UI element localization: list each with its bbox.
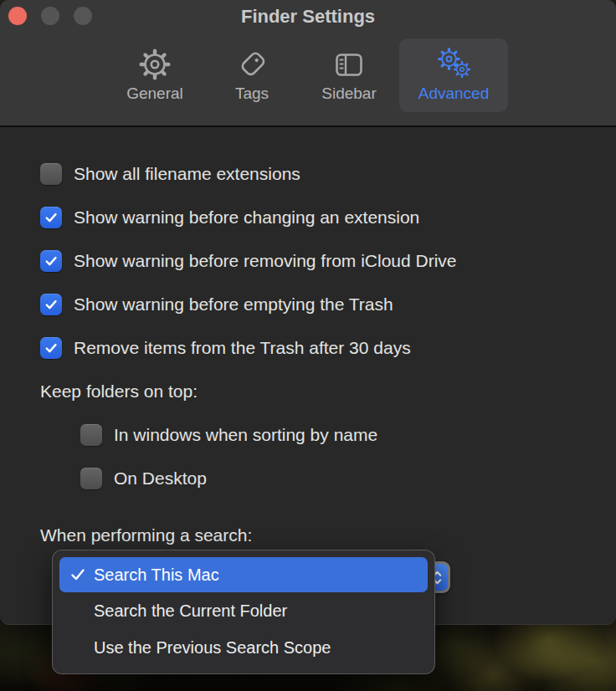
checkbox[interactable]	[40, 250, 62, 272]
checkmark-icon	[69, 568, 86, 581]
checkbox-row: Show warning before emptying the Trash	[0, 283, 616, 326]
tab-general[interactable]: General	[108, 38, 202, 112]
tab-label: Advanced	[418, 84, 490, 103]
checkbox[interactable]	[80, 468, 102, 489]
checkbox-group-keep-folders: In windows when sorting by name On Deskt…	[0, 413, 616, 500]
tag-icon	[235, 44, 269, 84]
checkbox[interactable]	[40, 294, 62, 315]
window-title: Finder Settings	[0, 3, 616, 30]
menu-item[interactable]: Search the Current Folder	[59, 592, 428, 629]
screen: Finder Settings General	[0, 0, 616, 691]
checkbox[interactable]	[40, 163, 62, 185]
settings-toolbar: General Tags	[0, 38, 616, 112]
tab-tags[interactable]: Tags	[205, 38, 299, 112]
menu-item[interactable]: Use the Previous Search Scope	[59, 629, 428, 666]
checkbox-label: Show warning before removing from iCloud…	[74, 251, 457, 271]
window-header: Finder Settings General	[0, 0, 616, 127]
tab-label: Tags	[235, 84, 269, 103]
keep-folders-label: Keep folders on top:	[0, 370, 616, 413]
checkbox-label: On Desktop	[114, 468, 207, 489]
checkbox-label: Show all filename extensions	[74, 164, 300, 184]
checkbox-label: Remove items from the Trash after 30 day…	[74, 338, 411, 358]
checkbox-row: In windows when sorting by name	[0, 413, 616, 457]
checkbox-row: On Desktop	[0, 457, 616, 500]
checkbox-row: Remove items from the Trash after 30 day…	[0, 326, 616, 370]
search-scope-menu: Search This Mac Search the Current Folde…	[52, 550, 435, 674]
double-gear-icon	[434, 44, 473, 84]
menu-item-label: Search This Mac	[94, 566, 219, 585]
menu-item-label: Use the Previous Search Scope	[94, 638, 331, 658]
checkbox-label: Show warning before changing an extensio…	[74, 207, 419, 228]
menu-item[interactable]: Search This Mac	[59, 557, 428, 592]
checkbox-group-main: Show all filename extensions Show warnin…	[0, 152, 616, 370]
menu-item-label: Search the Current Folder	[94, 601, 287, 621]
checkbox[interactable]	[40, 337, 62, 359]
checkbox-row: Show warning before removing from iCloud…	[0, 239, 616, 283]
checkbox-row: Show warning before changing an extensio…	[0, 196, 616, 239]
tab-advanced[interactable]: Advanced	[399, 38, 508, 112]
tab-label: Sidebar	[321, 84, 377, 103]
checkbox-label: In windows when sorting by name	[114, 425, 377, 445]
checkbox[interactable]	[40, 207, 62, 228]
checkbox-row: Show all filename extensions	[0, 152, 616, 196]
tab-label: General	[126, 84, 183, 103]
gear-icon	[138, 44, 172, 84]
sidebar-panel-icon	[332, 44, 366, 84]
checkbox[interactable]	[80, 424, 102, 446]
checkbox-label: Show warning before emptying the Trash	[74, 294, 393, 315]
tab-sidebar[interactable]: Sidebar	[302, 38, 396, 112]
finder-settings-window: Finder Settings General	[0, 0, 616, 625]
